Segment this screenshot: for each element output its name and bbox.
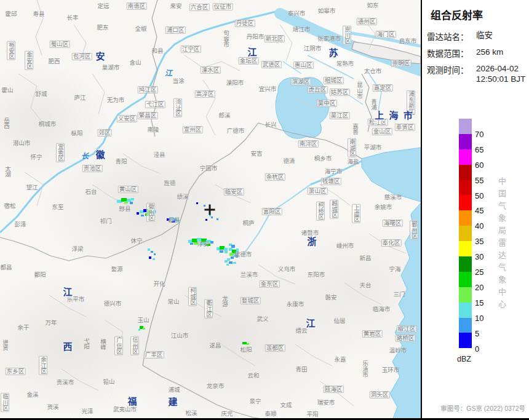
place-label: 南陵: [147, 127, 159, 133]
place-label: 鸠江区: [138, 86, 158, 93]
place-label: 广信区: [114, 336, 123, 355]
place-label: 铅山: [103, 379, 114, 385]
legend-segment: [459, 318, 472, 333]
place-label: 嵊州市: [336, 243, 354, 249]
watermark-text: 中国气象局雷达气象中心: [496, 177, 507, 312]
info-value: 2026-04-02 12:50:01 BJT: [476, 63, 529, 84]
place-label: 泰兴市: [288, 10, 306, 17]
place-label: 宜秀区: [56, 143, 65, 162]
place-label: 富阳区: [262, 208, 282, 215]
place-label: 舒城: [35, 91, 47, 97]
legend-segment: [459, 165, 472, 180]
place-label: 奉化区: [381, 239, 402, 247]
legend-segment: [459, 256, 472, 272]
place-label: 泾县: [153, 152, 165, 158]
province-label: 西: [63, 339, 72, 352]
legend-segment: [459, 333, 472, 348]
place-label: 崇川区: [343, 26, 351, 45]
place-label: 肥西: [48, 58, 60, 65]
place-label: 江阴市: [304, 46, 322, 52]
place-label: 枞阳: [71, 130, 82, 137]
place-label: 武夷山市: [113, 406, 137, 413]
place-label: 东至: [52, 204, 63, 210]
panel-divider: [421, 0, 422, 420]
place-label: 含山: [129, 60, 141, 66]
info-label: 数据范围：: [427, 47, 476, 59]
place-label: 姑苏区: [330, 89, 350, 96]
place-label: 奉贤区: [395, 124, 415, 131]
place-label: 德兴市: [104, 301, 122, 307]
place-label: 张家港市: [317, 36, 341, 42]
place-label: 柯城区: [188, 287, 197, 306]
legend-segment: [459, 303, 472, 318]
province-label: 徽: [95, 148, 105, 160]
place-label: 霍邱: [5, 11, 17, 17]
river-label: 长: [81, 150, 89, 160]
place-label: 太湖: [4, 166, 10, 178]
place-label: 天台: [359, 282, 371, 288]
place-label: 东阳市: [308, 272, 325, 278]
place-label: 椒江区: [397, 325, 417, 333]
place-label: 青田: [295, 367, 307, 373]
place-label: 临川区: [1, 393, 9, 412]
place-label: 新昌: [359, 255, 371, 261]
place-label: 崇明区: [391, 60, 412, 67]
legend-segment: [459, 241, 472, 256]
legend-segment: [459, 195, 472, 210]
place-label: 江宁区: [181, 46, 201, 53]
place-label: 义安区: [117, 115, 137, 122]
place-label: 吴江区: [330, 112, 350, 119]
place-label: 郊区: [97, 129, 111, 137]
place-label: 磐安: [325, 295, 336, 301]
place-label: 南湖区: [348, 138, 356, 157]
place-label: 路桥区: [396, 335, 416, 342]
place-label: 丹徒区: [235, 20, 255, 27]
province-label: 苏: [328, 46, 338, 58]
place-label: 和县: [151, 48, 163, 54]
place-label: 旌德: [164, 180, 175, 186]
legend-tick: 40: [475, 221, 493, 231]
place-label: 定远: [97, 3, 109, 9]
place-label: 庐江: [74, 95, 86, 101]
place-label: 武义: [257, 316, 268, 322]
place-label: 广丰区: [144, 351, 164, 359]
place-label: 温岭市: [389, 347, 407, 354]
legend-segment: [459, 180, 472, 196]
place-label: 义乌市: [278, 266, 296, 272]
place-label: 景宁: [249, 398, 261, 405]
place-label: 高淳区: [195, 90, 215, 98]
place-label: 松阳: [240, 347, 252, 353]
place-label: 鄱阳: [34, 272, 46, 278]
province-label: 安: [95, 49, 105, 62]
place-label: 德清: [283, 158, 295, 164]
place-label: 衢江区: [204, 299, 213, 319]
place-label: 宁国市: [200, 165, 218, 172]
legend-tick: 15: [475, 298, 493, 307]
legend-tick: 30: [475, 252, 493, 261]
place-label: 慈溪市: [384, 194, 402, 200]
place-label: 乐平市: [67, 296, 85, 303]
place-label: 越城区: [330, 200, 338, 219]
place-label: 浮梁: [71, 246, 83, 252]
place-label: 如东: [367, 2, 378, 9]
place-label: 南谯区: [127, 2, 147, 10]
legend-color-bar: [459, 119, 472, 348]
place-label: 浦城: [168, 387, 180, 393]
place-label: 文成: [280, 402, 292, 408]
radar-screenshot: { "panel": { "title": "组合反射率", "info_row…: [0, 0, 529, 420]
place-label: 嘉定区: [373, 84, 393, 92]
legend-tick: 55: [475, 175, 493, 184]
place-label: 寿县: [33, 11, 44, 17]
place-label: 金溪: [26, 392, 38, 398]
place-label: 常熟市: [336, 61, 354, 67]
place-label: 余杭区: [265, 173, 285, 181]
place-label: 潜山市: [13, 140, 31, 146]
place-label: 望江: [26, 184, 38, 191]
place-label: 全椒: [135, 26, 146, 32]
place-label: 龙泉市: [207, 383, 225, 389]
place-label: 泰顺: [264, 411, 276, 417]
place-label: 万年: [45, 320, 57, 326]
place-label: 南浔区: [298, 140, 319, 148]
place-label: 无为市: [107, 97, 125, 103]
place-label: 海门区: [376, 31, 396, 38]
